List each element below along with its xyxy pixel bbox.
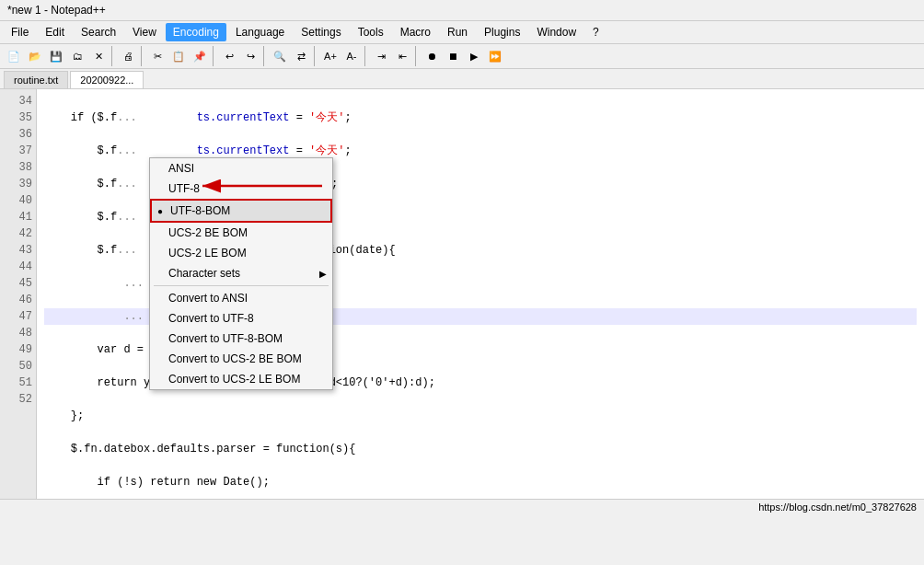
menu-help[interactable]: ? — [585, 23, 606, 41]
find-btn[interactable]: 🔍 — [270, 46, 290, 66]
undo-btn[interactable]: ↩ — [219, 46, 239, 66]
indent-btn[interactable]: ⇥ — [371, 46, 391, 66]
menu-tools[interactable]: Tools — [351, 23, 391, 41]
line-num: 34 — [4, 93, 32, 110]
macro-run-btn[interactable]: ⏩ — [485, 46, 505, 66]
macro-play-btn[interactable]: ▶ — [464, 46, 484, 66]
encoding-ucs2be[interactable]: UCS-2 BE BOM — [150, 223, 332, 243]
encoding-dropdown[interactable]: ANSI UTF-8 ● UTF-8-BOM UCS-2 BE BOM UCS-… — [149, 157, 333, 390]
macro-rec-btn[interactable]: ⏺ — [422, 46, 442, 66]
line-num: 47 — [4, 308, 32, 325]
menu-plugins[interactable]: Plugins — [477, 23, 527, 41]
line-num: 35 — [4, 110, 32, 126]
line-num: 52 — [4, 391, 32, 408]
menu-encoding[interactable]: Encoding — [166, 23, 226, 41]
line-num: 36 — [4, 126, 32, 143]
encoding-toutf8-label: Convert to UTF-8 — [168, 312, 254, 325]
line-num: 41 — [4, 209, 32, 225]
line-num: 50 — [4, 358, 32, 375]
line-num: 42 — [4, 225, 32, 242]
encoding-toutf8bom[interactable]: Convert to UTF-8-BOM — [150, 329, 332, 349]
encoding-ansi-label: ANSI — [168, 162, 194, 175]
toolbar: 📄 📂 💾 🗂 ✕ 🖨 ✂ 📋 📌 ↩ ↪ 🔍 ⇄ A+ A- ⇥ ⇤ ⏺ ⏹ … — [0, 44, 924, 69]
charsets-arrow-icon: ▶ — [319, 269, 327, 279]
print-btn[interactable]: 🖨 — [118, 46, 138, 66]
encoding-ucs2be-label: UCS-2 BE BOM — [168, 226, 248, 239]
encoding-ucs2le-label: UCS-2 LE BOM — [168, 247, 247, 259]
redo-btn[interactable]: ↪ — [240, 46, 260, 66]
line-num: 44 — [4, 259, 32, 275]
line-num: 39 — [4, 176, 32, 192]
encoding-ansi[interactable]: ANSI — [150, 158, 332, 179]
sep7 — [415, 46, 419, 66]
encoding-utf8bom[interactable]: ● UTF-8-BOM — [150, 199, 332, 223]
line-num: 38 — [4, 159, 32, 176]
macro-stop-btn[interactable]: ⏹ — [443, 46, 463, 66]
sep5 — [314, 46, 318, 66]
encoding-ucs2le[interactable]: UCS-2 LE BOM — [150, 243, 332, 263]
sep4 — [263, 46, 267, 66]
sep2 — [141, 46, 144, 66]
code-line-44: $.fn.datebox.defaults.parser = function(… — [44, 441, 917, 457]
encoding-toansi[interactable]: Convert to ANSI — [150, 288, 332, 308]
sep3 — [213, 46, 216, 66]
menu-file[interactable]: File — [4, 23, 36, 41]
sep6 — [364, 46, 368, 66]
window-title: *new 1 - Notepad++ — [7, 4, 106, 17]
line-num: 40 — [4, 192, 32, 209]
cut-btn[interactable]: ✂ — [147, 46, 167, 66]
code-line-34: if ($.f... ts.currentText = '今天'; — [44, 110, 917, 126]
encoding-charsets[interactable]: Character sets ▶ — [150, 263, 332, 283]
encoding-toutf8[interactable]: Convert to UTF-8 — [150, 308, 332, 329]
encoding-charsets-label: Character sets — [168, 267, 240, 280]
menu-view[interactable]: View — [125, 23, 164, 41]
utf8bom-bullet: ● — [157, 206, 163, 216]
encoding-utf8-label: UTF-8 — [168, 182, 200, 195]
line-num: 45 — [4, 275, 32, 292]
line-num: 49 — [4, 341, 32, 358]
encoding-toucs2be-label: Convert to UCS-2 BE BOM — [168, 352, 302, 365]
menu-window[interactable]: Window — [529, 23, 583, 41]
menu-run[interactable]: Run — [440, 23, 475, 41]
menu-language[interactable]: Language — [228, 23, 292, 41]
unindent-btn[interactable]: ⇤ — [392, 46, 412, 66]
line-num: 48 — [4, 325, 32, 341]
encoding-toansi-label: Convert to ANSI — [168, 292, 248, 305]
open-btn[interactable]: 📂 — [25, 46, 45, 66]
encoding-toutf8bom-label: Convert to UTF-8-BOM — [168, 332, 283, 345]
code-line-45: if (!s) return new Date(); — [44, 474, 917, 490]
editor-area: 34 35 36 37 38 39 40 41 42 43 44 45 46 4… — [0, 89, 924, 514]
line-num: 51 — [4, 375, 32, 391]
menu-edit[interactable]: Edit — [38, 23, 72, 41]
replace-btn[interactable]: ⇄ — [291, 46, 311, 66]
sep1 — [111, 46, 115, 66]
save-all-btn[interactable]: 🗂 — [67, 46, 87, 66]
menu-search[interactable]: Search — [74, 23, 123, 41]
line-num: 46 — [4, 292, 32, 308]
status-right: https://blog.csdn.net/m0_37827628 — [758, 502, 917, 513]
menu-settings[interactable]: Settings — [294, 23, 348, 41]
encoding-toucs2le[interactable]: Convert to UCS-2 LE BOM — [150, 369, 332, 389]
paste-btn[interactable]: 📌 — [190, 46, 210, 66]
encoding-utf8[interactable]: UTF-8 — [150, 179, 332, 199]
status-bar: https://blog.csdn.net/m0_37827628 — [0, 499, 924, 514]
tab-main[interactable]: 20200922... — [70, 71, 144, 88]
tab-routine[interactable]: routine.txt — [4, 71, 68, 88]
zoom-out-btn[interactable]: A- — [341, 46, 362, 66]
close-btn[interactable]: ✕ — [88, 46, 109, 66]
encoding-toucs2be[interactable]: Convert to UCS-2 BE BOM — [150, 349, 332, 369]
title-bar: *new 1 - Notepad++ — [0, 0, 924, 21]
copy-btn[interactable]: 📋 — [168, 46, 189, 66]
code-line-43: }; — [44, 408, 917, 424]
menu-bar: File Edit Search View Encoding Language … — [0, 21, 924, 44]
tab-bar: routine.txt 20200922... — [0, 69, 924, 89]
save-btn[interactable]: 💾 — [46, 46, 66, 66]
line-numbers: 34 35 36 37 38 39 40 41 42 43 44 45 46 4… — [0, 89, 37, 514]
line-num: 37 — [4, 143, 32, 159]
encoding-sep — [154, 285, 329, 286]
encoding-toucs2le-label: Convert to UCS-2 LE BOM — [168, 373, 300, 386]
encoding-utf8bom-label: UTF-8-BOM — [170, 204, 230, 217]
zoom-in-btn[interactable]: A+ — [320, 46, 341, 66]
menu-macro[interactable]: Macro — [393, 23, 438, 41]
new-btn[interactable]: 📄 — [4, 46, 24, 66]
